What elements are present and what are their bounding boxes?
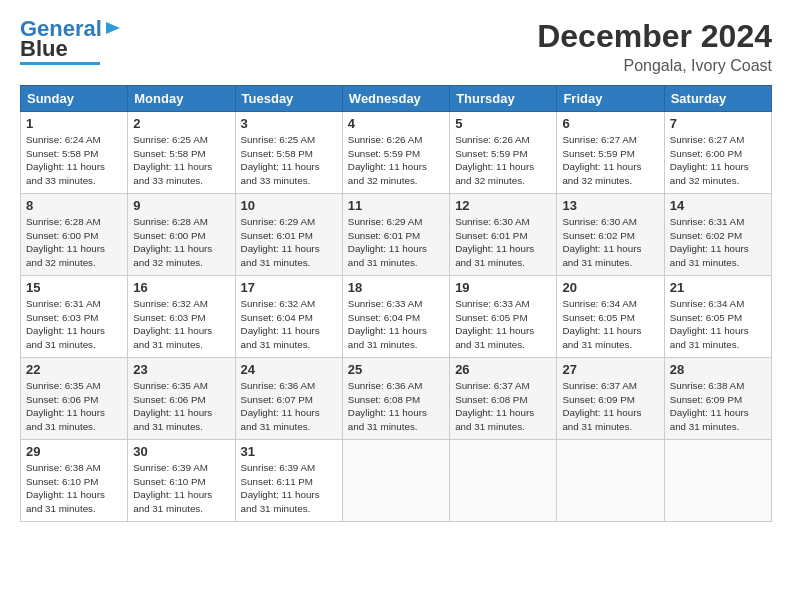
- day-info: Sunrise: 6:33 AMSunset: 6:05 PMDaylight:…: [455, 297, 551, 352]
- header-saturday: Saturday: [664, 86, 771, 112]
- day-info: Sunrise: 6:28 AMSunset: 6:00 PMDaylight:…: [26, 215, 122, 270]
- day-number: 24: [241, 362, 337, 377]
- day-info: Sunrise: 6:27 AMSunset: 6:00 PMDaylight:…: [670, 133, 766, 188]
- day-info: Sunrise: 6:26 AMSunset: 5:59 PMDaylight:…: [455, 133, 551, 188]
- day-info: Sunrise: 6:34 AMSunset: 6:05 PMDaylight:…: [562, 297, 658, 352]
- page: General Blue December 2024 Pongala, Ivor…: [0, 0, 792, 612]
- day-number: 19: [455, 280, 551, 295]
- table-row: 22Sunrise: 6:35 AMSunset: 6:06 PMDayligh…: [21, 358, 128, 440]
- day-number: 5: [455, 116, 551, 131]
- table-row: 20Sunrise: 6:34 AMSunset: 6:05 PMDayligh…: [557, 276, 664, 358]
- day-info: Sunrise: 6:36 AMSunset: 6:08 PMDaylight:…: [348, 379, 444, 434]
- table-row: 26Sunrise: 6:37 AMSunset: 6:08 PMDayligh…: [450, 358, 557, 440]
- calendar-table: Sunday Monday Tuesday Wednesday Thursday…: [20, 85, 772, 522]
- logo-arrow-icon: [104, 19, 122, 37]
- table-row: 21Sunrise: 6:34 AMSunset: 6:05 PMDayligh…: [664, 276, 771, 358]
- day-number: 28: [670, 362, 766, 377]
- day-info: Sunrise: 6:38 AMSunset: 6:10 PMDaylight:…: [26, 461, 122, 516]
- table-row: [557, 440, 664, 522]
- day-number: 3: [241, 116, 337, 131]
- day-number: 30: [133, 444, 229, 459]
- day-info: Sunrise: 6:39 AMSunset: 6:10 PMDaylight:…: [133, 461, 229, 516]
- table-row: 17Sunrise: 6:32 AMSunset: 6:04 PMDayligh…: [235, 276, 342, 358]
- day-info: Sunrise: 6:31 AMSunset: 6:03 PMDaylight:…: [26, 297, 122, 352]
- table-row: 1Sunrise: 6:24 AMSunset: 5:58 PMDaylight…: [21, 112, 128, 194]
- day-number: 31: [241, 444, 337, 459]
- day-number: 1: [26, 116, 122, 131]
- day-info: Sunrise: 6:38 AMSunset: 6:09 PMDaylight:…: [670, 379, 766, 434]
- day-info: Sunrise: 6:35 AMSunset: 6:06 PMDaylight:…: [26, 379, 122, 434]
- day-number: 10: [241, 198, 337, 213]
- header-tuesday: Tuesday: [235, 86, 342, 112]
- day-number: 17: [241, 280, 337, 295]
- day-number: 26: [455, 362, 551, 377]
- day-info: Sunrise: 6:30 AMSunset: 6:02 PMDaylight:…: [562, 215, 658, 270]
- day-info: Sunrise: 6:29 AMSunset: 6:01 PMDaylight:…: [348, 215, 444, 270]
- calendar-week-row: 29Sunrise: 6:38 AMSunset: 6:10 PMDayligh…: [21, 440, 772, 522]
- table-row: 16Sunrise: 6:32 AMSunset: 6:03 PMDayligh…: [128, 276, 235, 358]
- table-row: 30Sunrise: 6:39 AMSunset: 6:10 PMDayligh…: [128, 440, 235, 522]
- table-row: 12Sunrise: 6:30 AMSunset: 6:01 PMDayligh…: [450, 194, 557, 276]
- table-row: 14Sunrise: 6:31 AMSunset: 6:02 PMDayligh…: [664, 194, 771, 276]
- day-number: 13: [562, 198, 658, 213]
- logo: General Blue: [20, 18, 122, 65]
- table-row: [450, 440, 557, 522]
- day-info: Sunrise: 6:37 AMSunset: 6:09 PMDaylight:…: [562, 379, 658, 434]
- day-info: Sunrise: 6:32 AMSunset: 6:04 PMDaylight:…: [241, 297, 337, 352]
- table-row: 9Sunrise: 6:28 AMSunset: 6:00 PMDaylight…: [128, 194, 235, 276]
- logo-text2: Blue: [20, 38, 68, 60]
- day-number: 25: [348, 362, 444, 377]
- day-info: Sunrise: 6:35 AMSunset: 6:06 PMDaylight:…: [133, 379, 229, 434]
- table-row: 4Sunrise: 6:26 AMSunset: 5:59 PMDaylight…: [342, 112, 449, 194]
- table-row: 18Sunrise: 6:33 AMSunset: 6:04 PMDayligh…: [342, 276, 449, 358]
- day-number: 18: [348, 280, 444, 295]
- day-number: 6: [562, 116, 658, 131]
- header-wednesday: Wednesday: [342, 86, 449, 112]
- table-row: 27Sunrise: 6:37 AMSunset: 6:09 PMDayligh…: [557, 358, 664, 440]
- day-info: Sunrise: 6:27 AMSunset: 5:59 PMDaylight:…: [562, 133, 658, 188]
- table-row: [664, 440, 771, 522]
- day-number: 29: [26, 444, 122, 459]
- table-row: 11Sunrise: 6:29 AMSunset: 6:01 PMDayligh…: [342, 194, 449, 276]
- day-number: 2: [133, 116, 229, 131]
- table-row: 28Sunrise: 6:38 AMSunset: 6:09 PMDayligh…: [664, 358, 771, 440]
- header-monday: Monday: [128, 86, 235, 112]
- table-row: 25Sunrise: 6:36 AMSunset: 6:08 PMDayligh…: [342, 358, 449, 440]
- day-number: 23: [133, 362, 229, 377]
- day-info: Sunrise: 6:30 AMSunset: 6:01 PMDaylight:…: [455, 215, 551, 270]
- calendar-week-row: 22Sunrise: 6:35 AMSunset: 6:06 PMDayligh…: [21, 358, 772, 440]
- day-info: Sunrise: 6:39 AMSunset: 6:11 PMDaylight:…: [241, 461, 337, 516]
- day-info: Sunrise: 6:33 AMSunset: 6:04 PMDaylight:…: [348, 297, 444, 352]
- calendar-week-row: 15Sunrise: 6:31 AMSunset: 6:03 PMDayligh…: [21, 276, 772, 358]
- calendar-week-row: 1Sunrise: 6:24 AMSunset: 5:58 PMDaylight…: [21, 112, 772, 194]
- logo-underline: [20, 62, 100, 65]
- table-row: 3Sunrise: 6:25 AMSunset: 5:58 PMDaylight…: [235, 112, 342, 194]
- day-info: Sunrise: 6:31 AMSunset: 6:02 PMDaylight:…: [670, 215, 766, 270]
- day-info: Sunrise: 6:29 AMSunset: 6:01 PMDaylight:…: [241, 215, 337, 270]
- svg-marker-0: [106, 22, 120, 34]
- calendar-week-row: 8Sunrise: 6:28 AMSunset: 6:00 PMDaylight…: [21, 194, 772, 276]
- header-sunday: Sunday: [21, 86, 128, 112]
- day-number: 14: [670, 198, 766, 213]
- calendar-title: December 2024: [537, 18, 772, 55]
- table-row: 6Sunrise: 6:27 AMSunset: 5:59 PMDaylight…: [557, 112, 664, 194]
- table-row: 15Sunrise: 6:31 AMSunset: 6:03 PMDayligh…: [21, 276, 128, 358]
- title-block: December 2024 Pongala, Ivory Coast: [537, 18, 772, 75]
- header-friday: Friday: [557, 86, 664, 112]
- day-number: 22: [26, 362, 122, 377]
- day-number: 12: [455, 198, 551, 213]
- table-row: 7Sunrise: 6:27 AMSunset: 6:00 PMDaylight…: [664, 112, 771, 194]
- day-number: 20: [562, 280, 658, 295]
- day-number: 4: [348, 116, 444, 131]
- table-row: 29Sunrise: 6:38 AMSunset: 6:10 PMDayligh…: [21, 440, 128, 522]
- day-info: Sunrise: 6:25 AMSunset: 5:58 PMDaylight:…: [133, 133, 229, 188]
- day-info: Sunrise: 6:34 AMSunset: 6:05 PMDaylight:…: [670, 297, 766, 352]
- table-row: 10Sunrise: 6:29 AMSunset: 6:01 PMDayligh…: [235, 194, 342, 276]
- table-row: 8Sunrise: 6:28 AMSunset: 6:00 PMDaylight…: [21, 194, 128, 276]
- day-info: Sunrise: 6:28 AMSunset: 6:00 PMDaylight:…: [133, 215, 229, 270]
- table-row: 5Sunrise: 6:26 AMSunset: 5:59 PMDaylight…: [450, 112, 557, 194]
- day-number: 27: [562, 362, 658, 377]
- header-thursday: Thursday: [450, 86, 557, 112]
- day-number: 11: [348, 198, 444, 213]
- day-number: 16: [133, 280, 229, 295]
